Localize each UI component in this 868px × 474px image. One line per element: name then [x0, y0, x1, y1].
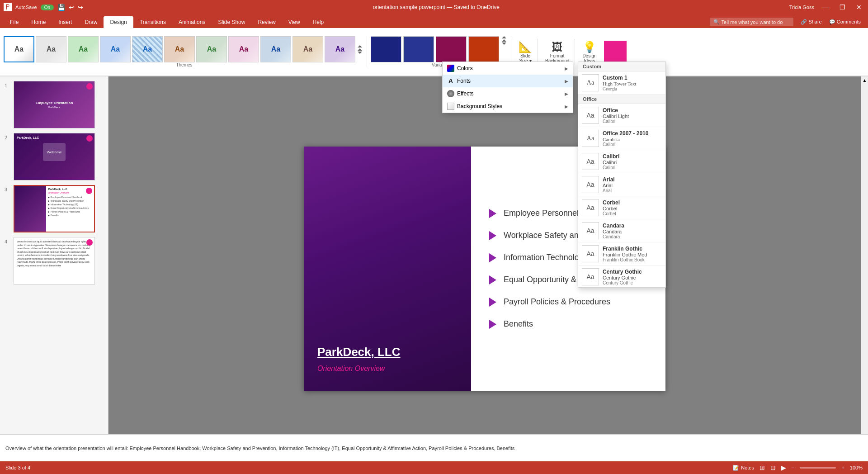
gallery-scroll[interactable]	[358, 45, 365, 54]
font-preview-office: Aa	[582, 107, 599, 124]
colors-arrow-icon: ▶	[565, 66, 568, 71]
theme-item-3[interactable]: Aa	[68, 36, 99, 62]
share-button[interactable]: 🔗 Share	[801, 19, 821, 25]
font-name-century: Century Gothic	[603, 269, 642, 275]
font-name-calibri: Calibri	[603, 153, 619, 160]
theme-item-4[interactable]: Aa	[100, 36, 131, 62]
tab-slideshow[interactable]: Slide Show	[212, 16, 251, 28]
window-title: orientation sample powerpoint — Saved to…	[83, 4, 789, 10]
font-heading-candara: Candara	[603, 229, 624, 234]
theme-item-6[interactable]: Aa	[164, 36, 195, 62]
tab-transitions[interactable]: Transitions	[133, 16, 172, 28]
variant-item-1[interactable]	[371, 36, 401, 62]
font-preview-century: Aa	[582, 268, 599, 285]
user-name: Tricia Goss	[789, 5, 814, 10]
minimize-button[interactable]: —	[820, 4, 831, 11]
ribbon-tabs: File Home Insert Draw Design Transitions…	[0, 14, 868, 28]
fonts-arrow-icon: ▶	[565, 79, 568, 84]
title-bar: 🅿 AutoSave On 💾 ↩ ↪ orientation sample p…	[0, 0, 868, 14]
font-entry-arial[interactable]: Aa Arial Arial Arial	[578, 173, 665, 196]
undo-icon[interactable]: ↩	[69, 4, 74, 11]
slide-size-button[interactable]: 📐 Slide Size ▾	[515, 39, 536, 65]
tab-animations[interactable]: Animations	[172, 16, 212, 28]
font-entry-office2007[interactable]: Aa Office 2007 - 2010 Cambria Calibri	[578, 127, 665, 150]
redo-icon[interactable]: ↪	[78, 4, 83, 11]
restore-button[interactable]: ❐	[837, 4, 848, 11]
colors-label: Colors	[457, 65, 473, 71]
font-entry-office[interactable]: Aa Office Calibri Light Calibri	[578, 104, 665, 127]
font-preview-office2007: Aa	[582, 130, 599, 147]
font-preview-candara: Aa	[582, 222, 599, 239]
font-body-office: Calibri	[603, 119, 629, 124]
slide-size-icon: 📐	[519, 41, 532, 53]
font-info-candara: Candara Candara Candara	[603, 223, 624, 239]
font-body-office2007: Calibri	[603, 142, 648, 147]
variant-item-2[interactable]	[403, 36, 434, 62]
tab-draw[interactable]: Draw	[78, 16, 104, 28]
fonts-office-header: Office	[578, 95, 665, 104]
fonts-custom-header: Custom	[578, 62, 665, 71]
font-body-franklin: Franklin Gothic Book	[603, 257, 647, 262]
font-preview-calibri: Aa	[582, 153, 599, 170]
font-name-franklin: Franklin Gothic	[603, 246, 647, 252]
font-preview-corbel: Aa	[582, 199, 599, 216]
font-preview-arial: Aa	[582, 176, 599, 193]
tab-file[interactable]: File	[4, 16, 25, 28]
save-icon[interactable]: 💾	[57, 4, 65, 11]
comments-button[interactable]: 💬 Comments	[829, 19, 861, 25]
font-body-corbel: Corbel	[603, 211, 620, 216]
font-info-corbel: Corbel Corbel Corbel	[603, 199, 620, 216]
close-button[interactable]: ✕	[854, 4, 864, 11]
font-heading-office: Calibri Light	[603, 114, 629, 119]
variants-scroll[interactable]	[502, 36, 509, 62]
font-body-calibri: Calibri	[603, 165, 619, 170]
dropdown-overlay: Colors ▶ A Fonts ▶ Effects ▶ Background …	[0, 62, 868, 474]
effects-arrow-icon: ▶	[565, 91, 568, 96]
font-entry-candara[interactable]: Aa Candara Candara Candara	[578, 219, 665, 242]
theme-gallery: Aa Aa Aa Aa Aa Aa	[4, 36, 355, 62]
theme-item-5[interactable]: Aa	[132, 36, 163, 62]
font-name-office2007: Office 2007 - 2010	[603, 130, 648, 137]
font-name-candara: Candara	[603, 223, 624, 229]
font-heading-office2007: Cambria	[603, 137, 648, 142]
theme-item-11[interactable]: Aa	[325, 36, 355, 62]
theme-item-7[interactable]: Aa	[196, 36, 227, 62]
variant-item-4[interactable]	[468, 36, 499, 62]
font-entry-corbel[interactable]: Aa Corbel Corbel Corbel	[578, 196, 665, 219]
themes-row: Aa Aa Aa Aa Aa Aa	[4, 36, 365, 62]
colors-menu-item[interactable]: Colors ▶	[443, 62, 573, 75]
font-preview-custom1: Aa	[582, 74, 599, 91]
variant-item-3[interactable]	[436, 36, 467, 62]
tab-design[interactable]: Design	[104, 16, 133, 28]
theme-item-9[interactable]: Aa	[260, 36, 291, 62]
background-styles-icon	[447, 103, 454, 110]
font-name-arial: Arial	[603, 176, 615, 183]
font-entry-calibri[interactable]: Aa Calibri Calibri Calibri	[578, 150, 665, 173]
font-info-office: Office Calibri Light Calibri	[603, 107, 629, 124]
search-box[interactable]: 🔍 Tell me what you want to do	[710, 18, 794, 26]
theme-item-2[interactable]: Aa	[36, 36, 66, 62]
tab-insert[interactable]: Insert	[52, 16, 78, 28]
design-ideas-button[interactable]: 💡 Design Ideas	[579, 39, 600, 65]
tab-help[interactable]: Help	[307, 16, 330, 28]
font-body-arial: Arial	[603, 188, 615, 193]
theme-item-1[interactable]: Aa	[4, 36, 34, 62]
format-background-icon: 🖼	[552, 41, 563, 53]
autosave-label: AutoSave	[15, 5, 37, 10]
font-info-franklin: Franklin Gothic Franklin Gothic Med Fran…	[603, 246, 647, 262]
tab-view[interactable]: View	[282, 16, 307, 28]
format-background-button[interactable]: 🖼 Format Background	[542, 39, 573, 65]
background-styles-menu-item[interactable]: Background Styles ▶	[443, 100, 573, 113]
font-entry-century[interactable]: Aa Century Gothic Century Gothic Century…	[578, 265, 665, 288]
tab-home[interactable]: Home	[25, 16, 52, 28]
effects-menu-item[interactable]: Effects ▶	[443, 87, 573, 100]
fonts-menu-item[interactable]: A Fonts ▶	[443, 75, 573, 87]
autosave-toggle[interactable]: On	[41, 5, 54, 10]
font-body-candara: Candara	[603, 234, 624, 239]
theme-item-8[interactable]: Aa	[228, 36, 259, 62]
theme-item-10[interactable]: Aa	[292, 36, 323, 62]
tab-review[interactable]: Review	[251, 16, 282, 28]
font-entry-franklin[interactable]: Aa Franklin Gothic Franklin Gothic Med F…	[578, 242, 665, 265]
font-heading-century: Century Gothic	[603, 275, 642, 280]
font-entry-custom1[interactable]: Aa Custom 1 High Tower Text Georgia	[578, 71, 665, 95]
